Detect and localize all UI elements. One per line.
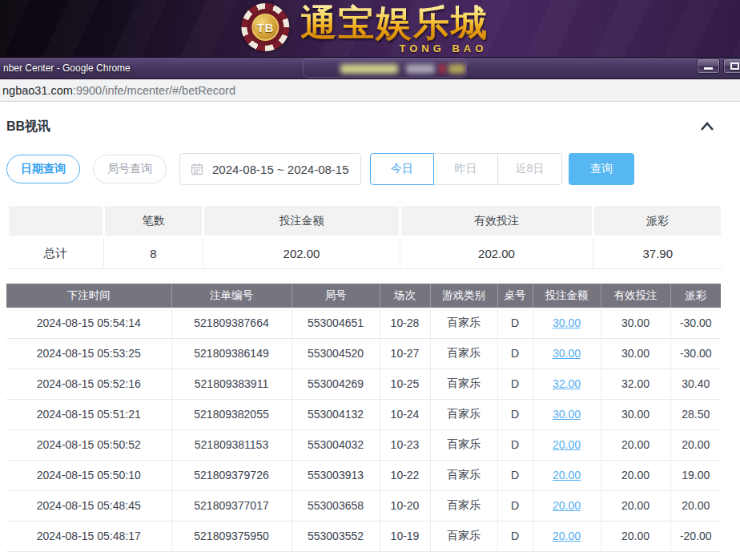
summary-count-value: 8 bbox=[104, 237, 203, 269]
session-cell: 10-24 bbox=[380, 399, 430, 429]
payout-cell: 30.40 bbox=[670, 369, 721, 399]
valid-bet-cell: 20.00 bbox=[601, 490, 670, 521]
table-no-cell: D bbox=[497, 399, 533, 429]
summary-table: 笔数 投注金额 有效投注 派彩 总计 8 202.00 202.00 37.90 bbox=[6, 203, 723, 269]
summary-total-label: 总计 bbox=[8, 237, 104, 269]
maximize-button[interactable] bbox=[723, 58, 740, 74]
summary-header-valid-bet: 有效投注 bbox=[400, 205, 593, 237]
date-range-input[interactable]: 2024-08-15 ~ 2024-08-15 bbox=[179, 153, 361, 185]
game-type-cell: 百家乐 bbox=[430, 308, 497, 338]
bet-amount-cell: 30.00 bbox=[533, 338, 601, 369]
game-type-cell: 百家乐 bbox=[430, 338, 497, 369]
bet-id-cell: 521809381153 bbox=[171, 429, 292, 460]
blurred-text-blob bbox=[340, 64, 398, 74]
quick-range-group: 今日 昨日 近8日 bbox=[370, 153, 562, 185]
session-cell: 10-28 bbox=[380, 308, 430, 338]
date-query-tab[interactable]: 日期查询 bbox=[6, 155, 80, 183]
chip-core-label: TB bbox=[251, 14, 279, 41]
bet-id-cell: 521809383911 bbox=[171, 369, 292, 399]
table-no-cell: D bbox=[497, 369, 533, 399]
table-row: 2024-08-15 05:51:21521809382055553004132… bbox=[6, 399, 721, 429]
bet-time-cell: 2024-08-15 05:51:21 bbox=[6, 399, 171, 429]
bet-amount-link[interactable]: 20.00 bbox=[553, 469, 581, 481]
blurred-text-blob bbox=[440, 64, 445, 74]
blurred-text-blob bbox=[448, 64, 465, 74]
bet-id-cell: 521809379726 bbox=[171, 460, 292, 490]
column-header: 有效投注 bbox=[601, 284, 670, 308]
bet-time-cell: 2024-08-15 05:54:14 bbox=[6, 308, 171, 338]
filter-toolbar: 日期查询 局号查询 2024-08-15 ~ 2024-08-15 今日 昨日 … bbox=[6, 153, 734, 185]
session-cell: 10-22 bbox=[380, 460, 430, 490]
bet-amount-link[interactable]: 30.00 bbox=[553, 408, 581, 421]
session-cell: 10-20 bbox=[380, 490, 430, 521]
bet-time-cell: 2024-08-15 05:48:17 bbox=[6, 521, 171, 551]
table-no-cell: D bbox=[497, 308, 533, 338]
bet-amount-link[interactable]: 32.00 bbox=[553, 377, 581, 390]
session-cell: 10-27 bbox=[380, 338, 430, 369]
game-type-cell: 百家乐 bbox=[430, 460, 497, 490]
valid-bet-cell: 30.00 bbox=[601, 338, 670, 369]
today-button[interactable]: 今日 bbox=[370, 153, 434, 185]
search-button[interactable]: 查询 bbox=[569, 153, 634, 185]
round-id-cell: 553004520 bbox=[292, 338, 380, 369]
session-cell: 10-25 bbox=[380, 369, 430, 399]
summary-header-blank bbox=[8, 205, 104, 237]
window-title: nber Center - Google Chrome bbox=[3, 62, 131, 74]
summary-header-payout: 派彩 bbox=[593, 205, 722, 237]
table-row: 2024-08-15 05:50:10521809379726553003913… bbox=[6, 460, 721, 490]
column-header: 场次 bbox=[380, 284, 430, 308]
round-id-cell: 553004651 bbox=[292, 308, 380, 338]
valid-bet-cell: 20.00 bbox=[601, 521, 670, 551]
bet-id-cell: 521809387664 bbox=[171, 308, 292, 338]
round-id-cell: 553004269 bbox=[292, 369, 380, 399]
yesterday-button[interactable]: 昨日 bbox=[434, 153, 498, 185]
table-no-cell: D bbox=[497, 460, 533, 490]
minimize-icon bbox=[704, 67, 713, 70]
valid-bet-cell: 32.00 bbox=[601, 369, 670, 399]
round-id-cell: 553004032 bbox=[292, 429, 380, 460]
payout-cell: 28.50 bbox=[670, 399, 721, 429]
game-type-cell: 百家乐 bbox=[430, 490, 497, 521]
site-banner: TB 通宝娱乐城 TONG BAO bbox=[0, 0, 740, 57]
bet-amount-cell: 30.00 bbox=[533, 399, 601, 429]
table-row: 2024-08-15 05:50:52521809381153553004032… bbox=[6, 429, 721, 460]
round-id-cell: 553004132 bbox=[292, 399, 380, 429]
summary-header-row: 笔数 投注金额 有效投注 派彩 bbox=[8, 205, 722, 237]
bet-amount-link[interactable]: 20.00 bbox=[553, 438, 581, 451]
summary-bet-amount-value: 202.00 bbox=[203, 237, 400, 269]
blurred-account-info bbox=[303, 58, 467, 78]
bet-amount-link[interactable]: 20.00 bbox=[553, 499, 581, 512]
summary-total-row: 总计 8 202.00 202.00 37.90 bbox=[8, 237, 722, 269]
table-row: 2024-08-15 05:54:14521809387664553004651… bbox=[6, 308, 721, 338]
table-row: 2024-08-15 05:52:16521809383911553004269… bbox=[6, 369, 721, 399]
round-query-tab[interactable]: 局号查询 bbox=[93, 155, 167, 183]
collapse-section-button[interactable] bbox=[698, 119, 716, 134]
column-header: 桌号 bbox=[497, 284, 533, 308]
window-controls bbox=[697, 58, 740, 74]
bet-id-cell: 521809375950 bbox=[171, 521, 292, 551]
payout-cell: 20.00 bbox=[670, 490, 721, 521]
minimize-button[interactable] bbox=[697, 58, 720, 74]
column-header: 注单编号 bbox=[171, 284, 292, 308]
round-id-cell: 553003552 bbox=[292, 521, 380, 551]
game-type-cell: 百家乐 bbox=[430, 429, 497, 460]
table-no-cell: D bbox=[497, 490, 533, 521]
session-cell: 10-19 bbox=[380, 521, 430, 551]
table-no-cell: D bbox=[497, 429, 533, 460]
section-title: BB视讯 bbox=[6, 119, 50, 135]
table-no-cell: D bbox=[497, 521, 533, 551]
round-id-cell: 553003658 bbox=[292, 490, 380, 521]
bet-id-cell: 521809382055 bbox=[171, 399, 292, 429]
payout-cell: 20.00 bbox=[670, 429, 721, 460]
bet-amount-link[interactable]: 20.00 bbox=[553, 530, 581, 542]
table-row: 2024-08-15 05:48:17521809375950553003552… bbox=[6, 521, 721, 551]
last-8-days-button[interactable]: 近8日 bbox=[498, 153, 562, 185]
bet-amount-cell: 32.00 bbox=[533, 369, 601, 399]
address-bar[interactable]: ngbao31.com:9900/infe/mcenter/#/betRecor… bbox=[0, 79, 740, 102]
bet-time-cell: 2024-08-15 05:53:25 bbox=[6, 338, 171, 369]
page-content: BB视讯 日期查询 局号查询 2024-08-15 ~ 2024-08-15 bbox=[0, 119, 740, 552]
bet-amount-link[interactable]: 30.00 bbox=[553, 347, 581, 360]
summary-payout-value: 37.90 bbox=[593, 237, 722, 269]
payout-cell: -30.00 bbox=[670, 338, 721, 369]
bet-amount-link[interactable]: 30.00 bbox=[553, 316, 581, 329]
